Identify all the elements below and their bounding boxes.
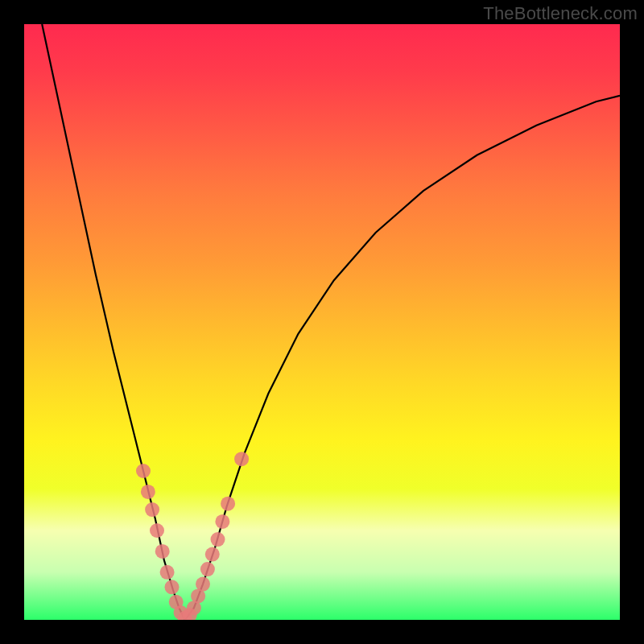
data-markers xyxy=(136,452,249,620)
watermark-text: TheBottleneck.com xyxy=(483,3,638,24)
data-marker xyxy=(160,565,175,580)
data-marker xyxy=(136,464,151,478)
bottleneck-curve xyxy=(42,24,620,620)
data-marker xyxy=(141,485,155,499)
data-marker xyxy=(211,532,225,547)
data-marker xyxy=(234,452,249,466)
chart-svg xyxy=(24,24,620,620)
data-marker xyxy=(221,497,235,511)
data-marker xyxy=(215,514,229,529)
data-marker xyxy=(165,580,180,594)
data-marker xyxy=(155,544,170,559)
data-marker xyxy=(150,523,164,538)
plot-area xyxy=(24,24,620,620)
data-marker xyxy=(196,577,210,592)
data-marker xyxy=(205,547,220,562)
data-marker xyxy=(200,562,215,576)
chart-frame: TheBottleneck.com xyxy=(0,0,644,644)
data-marker xyxy=(145,502,159,517)
